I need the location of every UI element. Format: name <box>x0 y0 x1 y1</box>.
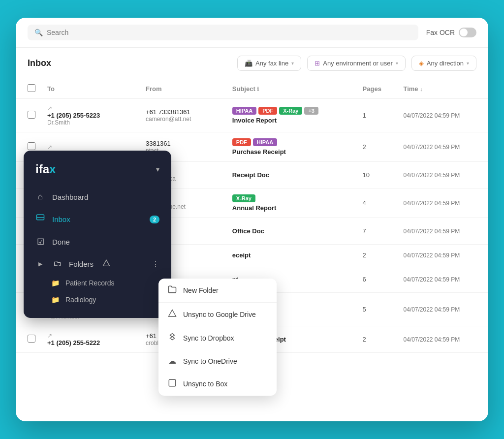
fax-line-filter[interactable]: 📠 Any fax line ▾ <box>237 56 301 71</box>
pages-cell: 5 <box>357 293 398 326</box>
fax-ocr-label: Fax OCR <box>426 29 455 36</box>
app-logo: ifax <box>35 162 56 176</box>
tag-xray: X-Ray <box>279 107 302 115</box>
time-cell: 04/07/2022 04:59 PM <box>397 293 488 326</box>
tag-more: +3 <box>304 107 318 115</box>
pages-cell: 1 <box>357 99 398 132</box>
tag-pdf: PDF <box>258 107 277 115</box>
context-menu-item-label: Sync to Dropbox <box>183 334 234 342</box>
subject-cell: PDF HIPAA Purchase Receipt <box>232 138 351 156</box>
google-drive-icon <box>167 309 177 320</box>
context-menu-sync-dropbox[interactable]: Sync to Dropbox <box>158 326 277 350</box>
direction-filter[interactable]: ◈ Any direction ▾ <box>411 56 476 71</box>
tag-xray: X-Ray <box>232 194 255 202</box>
to-cell: ↗ +1 (205) 255-5223 Dr.Smith <box>47 105 134 126</box>
context-menu-unsync-box[interactable]: Unsync to Box <box>158 372 277 396</box>
home-icon: ⌂ <box>35 192 45 202</box>
sidebar-item-done[interactable]: ☑ Done <box>24 231 171 253</box>
context-menu-new-folder[interactable]: New Folder <box>158 279 277 303</box>
sidebar-subitem-radiology[interactable]: 📁 Radiology <box>24 291 171 308</box>
sidebar-logo-area: ifax ▾ <box>24 160 171 186</box>
time-cell: 04/07/2022 04:59 PM <box>397 99 488 132</box>
outgoing-icon: ↗ <box>47 144 134 151</box>
folder-icon: 🗂 <box>52 259 62 269</box>
search-box: 🔍 <box>28 25 418 40</box>
expand-icon: ▶ <box>35 261 45 267</box>
context-menu-unsync-google[interactable]: Unsync to Google Drive <box>158 303 277 326</box>
time-cell: 04/07/2022 04:59 PM <box>397 245 488 266</box>
svg-marker-2 <box>103 260 109 266</box>
google-drive-icon <box>102 259 110 269</box>
sidebar-item-label: Done <box>52 238 70 246</box>
folder-icon: 📁 <box>51 279 60 287</box>
subject-cell: X-Ray Annual Report <box>232 194 351 212</box>
col-header-time: Time ↓ <box>397 79 488 99</box>
onedrive-icon: ☁ <box>167 356 177 366</box>
row-checkbox[interactable] <box>28 142 35 150</box>
dropbox-icon <box>167 333 177 344</box>
sidebar-item-label: Folders <box>69 260 94 268</box>
app-container: 🔍 Fax OCR Inbox 📠 Any fax line ▾ ⊞ Any e… <box>16 18 488 421</box>
inbox-header: Inbox 📠 Any fax line ▾ ⊞ Any environment… <box>16 48 488 79</box>
subject-cell: eceipt <box>232 251 351 259</box>
time-cell: 04/07/2022 04:59 PM <box>397 132 488 162</box>
inbox-badge: 2 <box>150 216 159 223</box>
sidebar-item-folders[interactable]: ▶ 🗂 Folders ⋮ <box>24 253 171 275</box>
sort-icon: ↓ <box>420 86 423 92</box>
time-cell: 04/07/2022 04:59 PM <box>397 162 488 188</box>
subject-cell: Receipt Doc <box>232 171 351 179</box>
svg-rect-4 <box>169 379 176 386</box>
search-input[interactable] <box>47 29 411 36</box>
col-header-from: From <box>140 79 226 99</box>
subject-cell: Office Doc <box>232 227 351 235</box>
outgoing-icon: ↗ <box>47 332 134 339</box>
sidebar-item-inbox[interactable]: Inbox 2 <box>24 208 171 231</box>
fax-ocr-section: Fax OCR <box>426 28 476 37</box>
box-icon <box>167 378 177 389</box>
pages-cell: 6 <box>357 266 398 293</box>
fax-ocr-toggle[interactable] <box>459 28 476 37</box>
col-header-subject: Subject ℹ <box>226 79 357 99</box>
context-menu-item-label: Unsync to Box <box>183 380 227 388</box>
row-checkbox[interactable] <box>28 335 35 343</box>
pages-cell: 2 <box>357 132 398 162</box>
time-cell: 04/07/2022 04:59 PM <box>397 326 488 353</box>
tag-hipaa: HIPAA <box>253 138 277 146</box>
subject-cell: HIPAA PDF X-Ray +3 Invoice Report <box>232 107 351 124</box>
table-row[interactable]: ↗ +1 (205) 255-5223 Dr.Smith +61 7333813… <box>16 99 488 132</box>
inbox-title: Inbox <box>28 58 231 68</box>
pages-cell: 10 <box>357 162 398 188</box>
sidebar-subitem-patient-records[interactable]: 📁 Patient Records <box>24 275 171 291</box>
tag-hipaa: HIPAA <box>232 107 256 115</box>
sidebar: ifax ▾ ⌂ Dashboard Inbox 2 ☑ Done ▶ 🗂 Fo… <box>24 151 171 318</box>
sidebar-collapse-icon[interactable]: ▾ <box>156 165 159 173</box>
pages-cell: 2 <box>357 326 398 353</box>
top-bar: 🔍 Fax OCR <box>16 18 488 48</box>
context-menu: New Folder Unsync to Google Drive Sync t… <box>158 279 277 396</box>
search-icon: 🔍 <box>34 29 43 36</box>
row-checkbox[interactable] <box>28 111 35 119</box>
tag-pdf: PDF <box>232 138 251 146</box>
check-icon: ☑ <box>35 237 45 247</box>
context-menu-sync-onedrive[interactable]: ☁ Sync to OneDrive <box>158 350 277 372</box>
direction-icon: ◈ <box>419 60 424 67</box>
context-menu-item-label: New Folder <box>183 286 219 294</box>
sidebar-item-dashboard[interactable]: ⌂ Dashboard <box>24 186 171 208</box>
pages-cell: 7 <box>357 218 398 245</box>
pages-cell: 2 <box>357 245 398 266</box>
chevron-down-icon: ▾ <box>396 61 398 66</box>
col-header-to: To <box>41 79 140 99</box>
time-cell: 04/07/2022 04:59 PM <box>397 266 488 293</box>
pages-cell: 4 <box>357 188 398 218</box>
time-cell: 04/07/2022 04:59 PM <box>397 188 488 218</box>
select-all-checkbox[interactable] <box>28 84 35 92</box>
folders-more-icon[interactable]: ⋮ <box>152 259 159 269</box>
from-cell: +61 733381361 cameron@att.net <box>146 108 220 123</box>
col-header-pages: Pages <box>357 79 398 99</box>
folder-icon: 📁 <box>51 296 60 304</box>
svg-marker-3 <box>169 310 176 317</box>
to-cell: ↗ <box>47 144 134 151</box>
chevron-down-icon: ▾ <box>467 61 469 66</box>
sidebar-item-label: Dashboard <box>52 193 88 201</box>
environment-filter[interactable]: ⊞ Any environment or user ▾ <box>307 56 406 71</box>
